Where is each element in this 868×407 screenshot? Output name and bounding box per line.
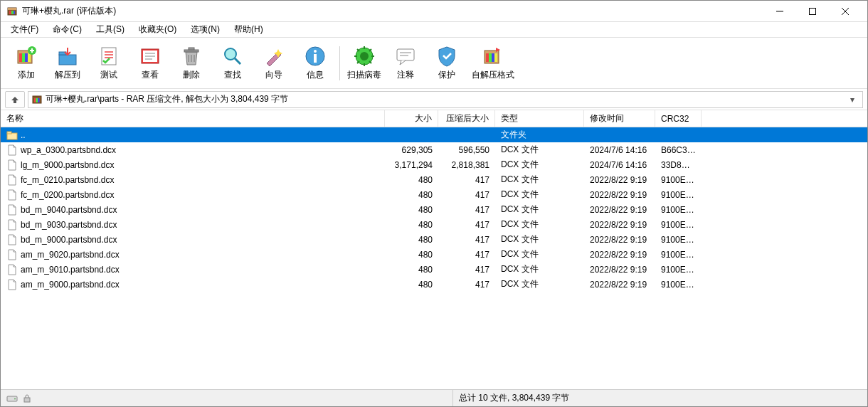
menu-options[interactable]: 选项(N)	[184, 22, 227, 37]
file-list[interactable]: .. 文件夹 wp_a_0300.partsbnd.dcx629,305596,…	[1, 127, 867, 389]
file-packed: 417	[438, 205, 495, 215]
file-name: am_m_9010.partsbnd.dcx	[21, 265, 120, 275]
menu-help[interactable]: 帮助(H)	[227, 22, 270, 37]
wizard-button[interactable]: 向导	[254, 41, 294, 86]
status-summary: 总计 10 文件, 3,804,439 字节	[453, 392, 867, 404]
file-size: 3,171,294	[385, 160, 438, 170]
file-row[interactable]: wp_a_0300.partsbnd.dcx629,305596,550DCX …	[1, 142, 867, 157]
file-row[interactable]: fc_m_0200.partsbnd.dcx480417DCX 文件2022/8…	[1, 187, 867, 202]
file-icon	[6, 219, 18, 231]
protect-button[interactable]: 保护	[427, 41, 467, 86]
add-button[interactable]: 添加	[6, 41, 46, 86]
file-type: DCX 文件	[495, 278, 584, 290]
minimize-button[interactable]	[763, 1, 796, 22]
svg-rect-1	[8, 8, 16, 10]
file-modified: 2022/8/22 9:19	[584, 265, 655, 275]
file-row[interactable]: am_m_9020.partsbnd.dcx480417DCX 文件2022/8…	[1, 247, 867, 262]
file-packed: 417	[438, 175, 495, 185]
file-modified: 2022/8/22 9:19	[584, 220, 655, 230]
svg-rect-31	[489, 53, 492, 62]
delete-button[interactable]: 删除	[171, 41, 211, 86]
find-button[interactable]: 查找	[213, 41, 253, 86]
file-modified: 2024/7/6 14:16	[584, 145, 655, 155]
status-left	[1, 390, 453, 406]
file-crc: 9100E61B	[655, 190, 702, 200]
svg-point-22	[225, 48, 236, 60]
virus-button[interactable]: 扫描病毒	[344, 41, 384, 86]
address-box[interactable]: 可琳+樱丸.rar\parts - RAR 压缩文件, 解包大小为 3,804,…	[28, 91, 863, 108]
maximize-button[interactable]	[796, 1, 829, 22]
file-icon	[6, 144, 18, 156]
file-type: DCX 文件	[495, 233, 584, 245]
file-row[interactable]: am_m_9000.partsbnd.dcx480417DCX 文件2022/8…	[1, 277, 867, 292]
header-packed[interactable]: 压缩后大小	[438, 110, 495, 127]
file-packed: 2,818,381	[438, 160, 495, 170]
file-row[interactable]: am_m_9010.partsbnd.dcx480417DCX 文件2022/8…	[1, 262, 867, 277]
svg-rect-2	[9, 11, 11, 14]
wizard-label: 向导	[265, 69, 282, 81]
file-icon	[6, 264, 18, 275]
view-button[interactable]: 查看	[130, 41, 170, 86]
svg-rect-4	[14, 11, 15, 14]
file-type: DCX 文件	[495, 189, 584, 201]
file-type: DCX 文件	[495, 218, 584, 231]
parent-folder-row[interactable]: .. 文件夹	[1, 127, 867, 142]
sfx-label: 自解压格式	[472, 69, 514, 81]
svg-rect-36	[36, 98, 38, 102]
virus-label: 扫描病毒	[347, 69, 381, 81]
file-name: fc_m_0200.partsbnd.dcx	[21, 190, 114, 200]
file-row[interactable]: bd_m_9030.partsbnd.dcx480417DCX 文件2022/8…	[1, 217, 867, 232]
file-row[interactable]: fc_m_0210.partsbnd.dcx480417DCX 文件2022/8…	[1, 172, 867, 187]
info-button[interactable]: 信息	[295, 41, 335, 86]
svg-rect-30	[486, 53, 489, 62]
file-row[interactable]: lg_m_9000.partsbnd.dcx3,171,2942,818,381…	[1, 157, 867, 172]
view-label: 查看	[142, 69, 159, 81]
menu-favorites[interactable]: 收藏夹(O)	[132, 22, 184, 37]
test-icon	[97, 45, 120, 68]
header-size[interactable]: 大小	[385, 110, 438, 127]
menu-commands[interactable]: 命令(C)	[46, 22, 89, 37]
window-controls	[763, 1, 862, 22]
comment-button[interactable]: 注释	[386, 41, 425, 86]
test-button[interactable]: 测试	[89, 41, 129, 86]
file-icon	[6, 204, 18, 216]
file-crc: 9100E61B	[655, 175, 702, 185]
file-type: DCX 文件	[495, 174, 584, 186]
menu-file[interactable]: 文件(F)	[4, 22, 46, 37]
delete-label: 删除	[183, 69, 200, 81]
file-crc: 9100E61B	[655, 280, 702, 290]
file-icon	[6, 249, 18, 260]
svg-rect-21	[189, 48, 194, 50]
test-label: 测试	[100, 69, 117, 81]
svg-rect-10	[19, 53, 22, 62]
extract-button[interactable]: 解压到	[48, 41, 88, 86]
file-name: fc_m_0210.partsbnd.dcx	[21, 175, 114, 185]
file-name: lg_m_9000.partsbnd.dcx	[21, 160, 114, 170]
find-label: 查找	[224, 69, 241, 81]
file-name: bd_m_9000.partsbnd.dcx	[21, 235, 117, 245]
file-modified: 2022/8/22 9:19	[584, 280, 655, 290]
svg-rect-33	[494, 53, 497, 62]
sfx-button[interactable]: 自解压格式	[468, 41, 518, 86]
header-modified[interactable]: 修改时间	[584, 110, 655, 127]
protect-icon	[435, 45, 458, 68]
header-name[interactable]: 名称	[1, 110, 385, 127]
up-button[interactable]	[5, 91, 25, 108]
comment-icon	[394, 45, 417, 68]
close-button[interactable]	[829, 1, 862, 22]
file-modified: 2022/8/22 9:19	[584, 205, 655, 215]
header-crc[interactable]: CRC32	[655, 110, 702, 127]
menu-tools[interactable]: 工具(S)	[89, 22, 132, 37]
file-row[interactable]: bd_m_9040.partsbnd.dcx480417DCX 文件2022/8…	[1, 202, 867, 217]
file-type: DCX 文件	[495, 159, 584, 171]
address-dropdown-icon[interactable]: ▾	[845, 95, 859, 105]
file-modified: 2022/8/22 9:19	[584, 190, 655, 200]
sfx-icon	[482, 45, 504, 68]
file-packed: 417	[438, 265, 495, 275]
file-size: 480	[385, 265, 438, 275]
file-size: 480	[385, 190, 438, 200]
file-row[interactable]: bd_m_9000.partsbnd.dcx480417DCX 文件2022/8…	[1, 232, 867, 247]
file-size: 480	[385, 175, 438, 185]
add-label: 添加	[18, 69, 35, 81]
header-type[interactable]: 类型	[495, 110, 584, 127]
